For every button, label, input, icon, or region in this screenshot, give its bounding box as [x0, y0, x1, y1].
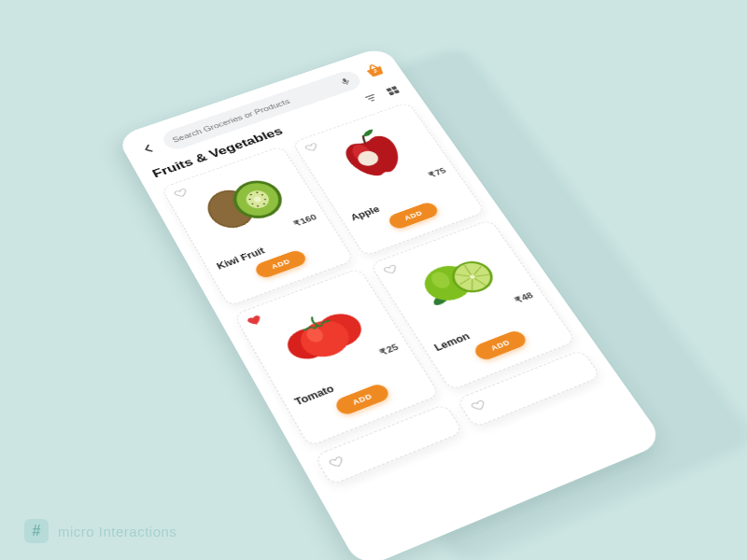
- heart-icon: [326, 454, 347, 471]
- hash-icon: #: [24, 519, 49, 543]
- footer-text: micro Interactions: [58, 524, 176, 539]
- arrow-left-icon: [138, 141, 159, 157]
- svg-rect-3: [388, 91, 395, 96]
- cart-button[interactable]: 2: [361, 61, 389, 81]
- back-button[interactable]: [137, 140, 161, 157]
- svg-rect-2: [391, 86, 398, 91]
- filter-icon: [362, 91, 381, 105]
- filter-button[interactable]: [362, 91, 382, 106]
- svg-rect-0: [342, 78, 346, 83]
- svg-rect-4: [394, 90, 401, 94]
- svg-rect-1: [386, 88, 392, 92]
- grid-icon: [384, 84, 402, 97]
- heart-icon: [468, 397, 489, 413]
- favorite-toggle[interactable]: [326, 454, 347, 471]
- footer-tag: # micro Interactions: [24, 519, 176, 543]
- favorite-toggle[interactable]: [468, 397, 489, 413]
- grid-view-button[interactable]: [384, 84, 403, 99]
